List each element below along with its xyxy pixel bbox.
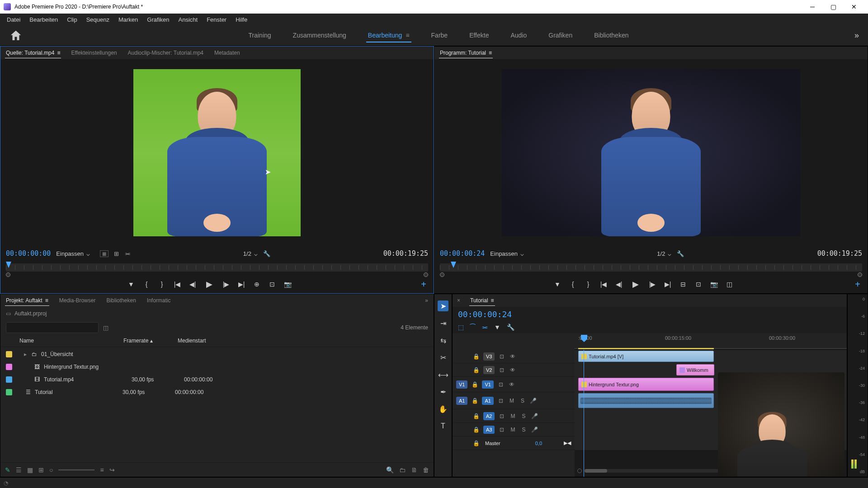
mute-button[interactable]: M	[509, 413, 516, 419]
project-search-input[interactable]	[6, 322, 99, 333]
go-to-out-button[interactable]: ▶|	[663, 280, 672, 289]
record-icon[interactable]: 🎤	[530, 398, 537, 404]
source-scrubber[interactable]	[0, 261, 434, 275]
selection-tool[interactable]: ➤	[438, 300, 448, 311]
play-button[interactable]: ▶	[630, 280, 642, 289]
mute-button[interactable]: M	[509, 427, 516, 433]
wrench-icon[interactable]: 🔧	[677, 250, 684, 257]
solo-button[interactable]: S	[520, 413, 527, 419]
playhead-handle[interactable]	[581, 335, 587, 342]
source-scale-dropdown[interactable]: 1/2 ⌵	[243, 250, 258, 257]
minimize-button[interactable]: ─	[802, 0, 823, 14]
track-v3[interactable]: Tutorial.mp4 [V]	[575, 350, 847, 363]
source-viewport[interactable]: ➤	[0, 59, 434, 246]
zoom-slider-min-icon[interactable]: ○	[49, 466, 53, 474]
workspace-grafiken[interactable]: Grafiken	[547, 29, 574, 42]
lock-icon[interactable]: 🔒	[472, 353, 480, 360]
add-marker-button[interactable]: ▼	[553, 280, 562, 289]
eye-icon[interactable]: 👁	[508, 381, 515, 388]
close-button[interactable]: ✕	[844, 0, 864, 14]
extract-button[interactable]: ⊡	[694, 280, 703, 289]
zoom-slider[interactable]	[58, 469, 94, 470]
program-scale-dropdown[interactable]: 1/2 ⌵	[657, 250, 671, 257]
lock-icon[interactable]: 🔒	[472, 413, 480, 419]
solo-button[interactable]: S	[520, 427, 527, 433]
menu-sequenz[interactable]: Sequenz	[82, 14, 114, 25]
project-tab-overflow[interactable]: »	[424, 296, 429, 305]
program-tab[interactable]: Programm: Tutorial≡	[439, 48, 493, 58]
source-fit-dropdown[interactable]: Einpassen ⌵	[56, 250, 90, 257]
hamburger-icon[interactable]: ≡	[57, 50, 60, 56]
track-header-v3[interactable]: 🔒 V3 ⊡ 👁	[453, 350, 575, 363]
source-tab-effekteinstellungen[interactable]: Effekteinstellungen	[70, 48, 118, 58]
razor-tool[interactable]: ✂	[438, 352, 448, 363]
home-button[interactable]	[9, 29, 23, 42]
eye-icon[interactable]: 👁	[509, 367, 516, 373]
zoom-handle-left[interactable]	[577, 469, 582, 473]
go-to-in-button[interactable]: |◀	[599, 280, 608, 289]
track-label[interactable]: A2	[483, 412, 495, 420]
mark-out-button[interactable]: }	[584, 280, 593, 289]
trash-icon[interactable]: 🗑	[423, 466, 429, 474]
hamburger-icon[interactable]: ≡	[406, 32, 409, 39]
drag-audio-icon[interactable]: ⫘	[124, 250, 130, 257]
track-header-a3[interactable]: 🔒 A3 ⊡ M S 🎤	[453, 423, 575, 436]
label-swatch[interactable]	[6, 389, 12, 395]
zoom-in-handle[interactable]	[6, 272, 10, 277]
source-tab-metadaten[interactable]: Metadaten	[213, 48, 241, 58]
sync-lock-icon[interactable]: ⊡	[497, 398, 505, 404]
lock-icon[interactable]: 🔒	[471, 398, 478, 404]
step-forward-button[interactable]: |▶	[222, 280, 231, 289]
menu-bearbeiten[interactable]: Bearbeiten	[25, 14, 62, 25]
track-label[interactable]: V2	[483, 366, 495, 374]
workspace-bearbeitung[interactable]: Bearbeitung≡	[366, 29, 411, 42]
column-name[interactable]: Name	[6, 338, 123, 344]
track-label[interactable]: V1	[482, 380, 493, 389]
export-frame-button[interactable]: 📷	[283, 280, 292, 289]
insert-button[interactable]: ⊕	[252, 280, 261, 289]
master-value[interactable]: 0,0	[535, 441, 542, 446]
button-editor-button[interactable]: +	[419, 280, 428, 289]
zoom-out-handle[interactable]	[424, 272, 428, 277]
mute-button[interactable]: M	[508, 398, 515, 404]
sync-lock-icon[interactable]: ⊡	[498, 413, 505, 419]
go-to-in-button[interactable]: |◀	[173, 280, 182, 289]
menu-datei[interactable]: Datei	[2, 14, 25, 25]
track-header-master[interactable]: 🔒 Master 0,0 ▶◀	[453, 436, 575, 450]
play-button[interactable]: ▶	[203, 280, 215, 289]
icon-view-icon[interactable]: ▦	[27, 466, 33, 474]
new-bin-icon[interactable]: 🗀	[399, 466, 406, 474]
master-output-icon[interactable]: ▶◀	[564, 440, 571, 446]
workspace-zusammenstellung[interactable]: Zusammenstellung	[291, 29, 348, 42]
timeline-ruler[interactable]: :00:00 00:00:15:00 00:00:30:00 00:00:45:…	[575, 333, 847, 350]
project-row-video[interactable]: 🎞 Tutorial.mp4 30,00 fps 00:00:00:00	[0, 373, 434, 386]
hamburger-icon[interactable]: ≡	[491, 297, 494, 304]
program-scrubber[interactable]	[434, 261, 868, 275]
record-icon[interactable]: 🎤	[531, 427, 538, 433]
lock-icon[interactable]: 🔒	[472, 427, 480, 433]
workspace-overflow-button[interactable]: »	[854, 31, 859, 40]
clip-graphic[interactable]: Willkomm	[676, 364, 714, 375]
source-patch-v1[interactable]: V1	[456, 380, 467, 389]
lift-button[interactable]: ⊟	[679, 280, 688, 289]
linked-selection-toggle[interactable]: ⫘	[481, 324, 488, 331]
lock-icon[interactable]: 🔒	[471, 381, 478, 388]
column-framerate[interactable]: Framerate ▴	[123, 338, 178, 344]
program-viewport[interactable]	[434, 59, 868, 246]
track-label[interactable]: A3	[483, 426, 495, 434]
zoom-in-handle[interactable]	[440, 272, 444, 277]
wrench-icon[interactable]: 🔧	[263, 250, 270, 257]
hand-tool[interactable]: ✋	[438, 404, 448, 414]
source-tab-audio-mischer[interactable]: Audioclip-Mischer: Tutorial.mp4	[127, 48, 204, 58]
timeline-sequence-tab[interactable]: Tutorial≡	[469, 296, 495, 306]
label-swatch[interactable]	[6, 376, 12, 383]
project-row-sequence[interactable]: ☰ Tutorial 30,00 fps 00:00:00:00	[0, 386, 434, 399]
solo-button[interactable]: S	[519, 398, 526, 404]
zoom-out-handle[interactable]	[858, 272, 862, 277]
workspace-effekte[interactable]: Effekte	[467, 29, 491, 42]
track-label[interactable]: V3	[483, 352, 495, 361]
mark-in-button[interactable]: {	[568, 280, 577, 289]
pen-tool[interactable]: ✒	[438, 386, 448, 397]
track-header-a1[interactable]: A1 🔒 A1 ⊡ M S 🎤	[453, 392, 575, 409]
track-header-a2[interactable]: 🔒 A2 ⊡ M S 🎤	[453, 409, 575, 423]
